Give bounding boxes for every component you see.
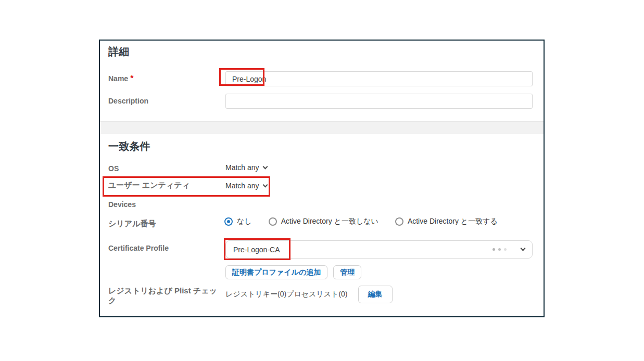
details-heading: 詳細 bbox=[108, 45, 129, 59]
edit-button[interactable]: 編集 bbox=[358, 286, 393, 303]
user-entity-label: ユーザー エンティティ bbox=[108, 180, 190, 190]
user-entity-dropdown-value: Match any bbox=[225, 182, 259, 190]
certificate-profile-value: Pre-Logon-CA bbox=[233, 246, 493, 254]
certificate-profile-label: Certificate Profile bbox=[108, 244, 169, 252]
certificate-actions-row: 証明書プロファイルの追加 管理 bbox=[225, 265, 361, 279]
ellipsis-icon bbox=[493, 248, 507, 251]
name-input[interactable] bbox=[225, 71, 533, 86]
name-label: Name bbox=[108, 74, 128, 83]
radio-option-ad-match[interactable]: Active Directory と一致する bbox=[395, 217, 498, 226]
os-dropdown-value: Match any bbox=[225, 163, 259, 172]
radio-option-ad-no-match[interactable]: Active Directory と一致しない bbox=[269, 217, 378, 226]
description-input[interactable] bbox=[225, 94, 533, 109]
radio-option-none[interactable]: なし bbox=[224, 217, 252, 226]
registry-plist-summary: レジストリキー(0)プロセスリスト(0) bbox=[225, 290, 348, 299]
radio-option-label: Active Directory と一致しない bbox=[281, 217, 378, 226]
radio-option-label: なし bbox=[237, 217, 252, 226]
description-label-row: Description bbox=[108, 96, 148, 106]
devices-label: Devices bbox=[108, 200, 136, 209]
settings-panel: 詳細 Name* Description 一致条件 OS Match any ユ… bbox=[99, 40, 545, 317]
radio-unselected-icon bbox=[395, 217, 403, 226]
certificate-profile-dropdown[interactable]: Pre-Logon-CA bbox=[225, 240, 533, 259]
radio-option-label: Active Directory と一致する bbox=[408, 217, 498, 226]
name-label-row: Name* bbox=[108, 74, 133, 83]
manage-button[interactable]: 管理 bbox=[333, 265, 361, 279]
chevron-down-icon bbox=[262, 164, 268, 169]
radio-selected-icon bbox=[224, 217, 233, 226]
serial-number-label: シリアル番号 bbox=[108, 219, 156, 229]
description-label: Description bbox=[108, 97, 148, 105]
serial-number-radio-group: なし Active Directory と一致しない Active Direct… bbox=[224, 217, 498, 226]
add-certificate-profile-button[interactable]: 証明書プロファイルの追加 bbox=[225, 265, 327, 279]
required-asterisk: * bbox=[130, 74, 133, 83]
chevron-down-icon bbox=[521, 246, 526, 251]
os-dropdown[interactable]: Match any bbox=[225, 163, 267, 172]
chevron-down-icon bbox=[262, 182, 268, 187]
registry-plist-row: レジストリキー(0)プロセスリスト(0) 編集 bbox=[225, 286, 393, 303]
os-label: OS bbox=[108, 164, 119, 173]
user-entity-dropdown[interactable]: Match any bbox=[225, 182, 267, 190]
section-divider bbox=[100, 121, 544, 134]
registry-plist-label: レジストリおよび Plist チェック bbox=[108, 286, 220, 305]
match-criteria-heading: 一致条件 bbox=[108, 139, 150, 153]
radio-unselected-icon bbox=[269, 217, 277, 226]
